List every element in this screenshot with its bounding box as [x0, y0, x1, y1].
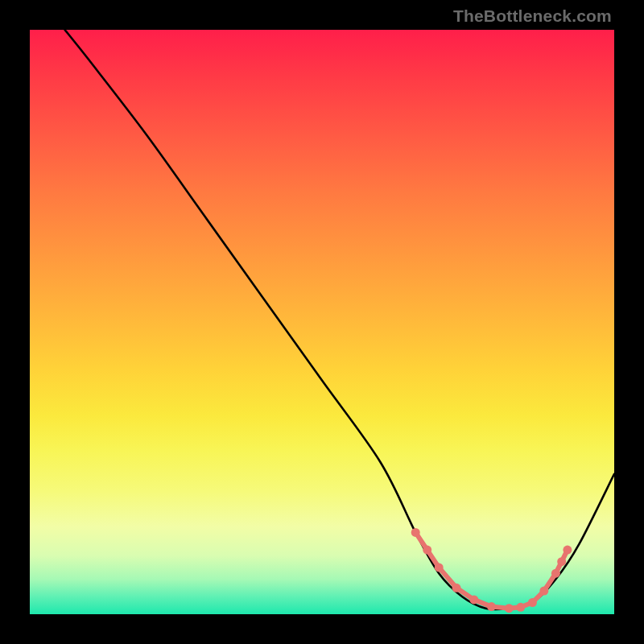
valley-marker	[539, 587, 548, 596]
chart-plot-area	[30, 30, 614, 614]
valley-marker	[551, 569, 560, 578]
bottleneck-curve	[65, 30, 614, 609]
valley-marker	[557, 557, 566, 566]
valley-marker	[435, 563, 444, 572]
chart-svg	[30, 30, 614, 614]
valley-marker	[516, 603, 525, 612]
chart-frame: TheBottleneck.com	[0, 0, 644, 644]
valley-marker	[423, 546, 431, 555]
valley-marker	[528, 598, 537, 607]
valley-marker	[563, 546, 572, 555]
valley-marker	[452, 584, 461, 592]
valley-marker	[469, 595, 478, 604]
valley-marker	[487, 602, 496, 611]
watermark-text: TheBottleneck.com	[453, 6, 612, 26]
valley-marker	[505, 604, 514, 613]
valley-marker	[411, 528, 420, 537]
valley-marker-group	[411, 528, 572, 613]
